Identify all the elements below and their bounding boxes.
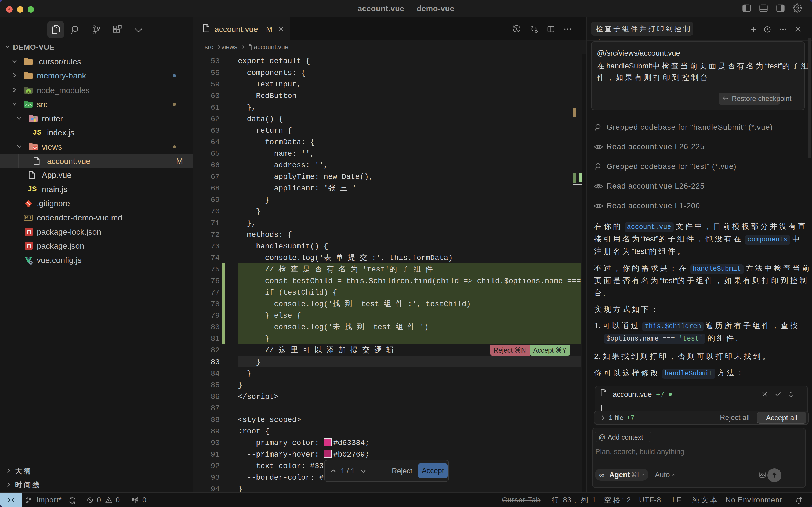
svg-text:<>: <> (33, 146, 37, 150)
svg-text:</>: </> (25, 103, 32, 108)
svg-text:JS: JS (27, 91, 31, 94)
